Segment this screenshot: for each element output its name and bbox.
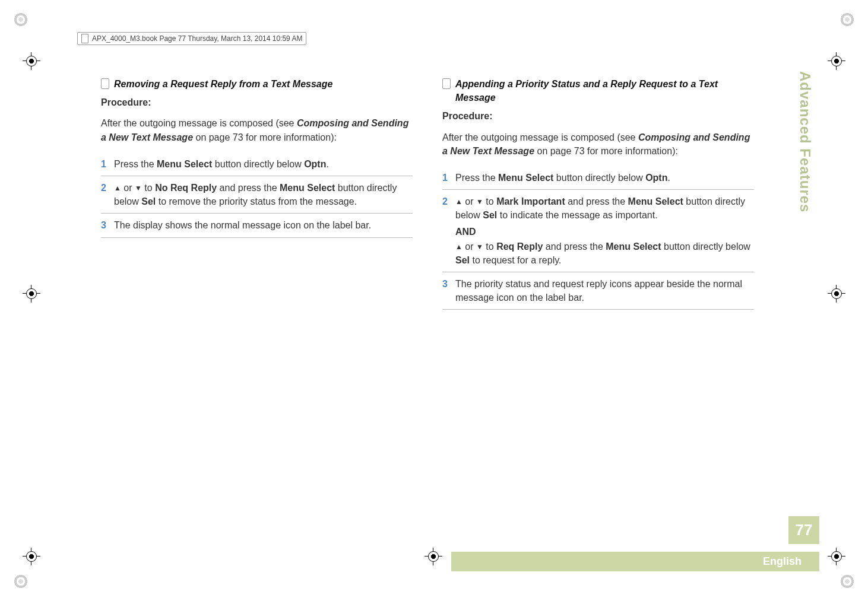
step-item: Press the Menu Select button directly be… (101, 152, 413, 176)
print-corner-tr (840, 12, 855, 27)
down-arrow-icon: ▼ (135, 183, 142, 193)
page-header-meta: APX_4000_M3.book Page 77 Thursday, March… (77, 32, 306, 45)
left-column: Removing a Request Reply from a Text Mes… (101, 77, 413, 310)
language-label: English (763, 555, 802, 567)
step-item: Press the Menu Select button directly be… (442, 166, 754, 190)
page-icon (442, 78, 451, 89)
up-arrow-icon: ▲ (114, 183, 121, 193)
registration-mark-icon (425, 548, 442, 565)
steps-right: Press the Menu Select button directly be… (442, 166, 754, 310)
steps-left: Press the Menu Select button directly be… (101, 152, 413, 238)
step-item: ▲ or ▼ to Mark Important and press the M… (442, 190, 754, 272)
sidebar-title: Advanced Features (797, 71, 813, 212)
procedure-label: Procedure: (442, 109, 754, 123)
print-corner-tl (13, 12, 28, 27)
page-number: 77 (788, 521, 819, 539)
step-item: The display shows the normal message ico… (101, 214, 413, 237)
print-corner-bl (13, 574, 28, 589)
section-heading-right: Appending a Priority Status and a Reply … (455, 77, 754, 104)
down-arrow-icon: ▼ (476, 242, 483, 252)
registration-mark-icon (828, 548, 845, 565)
registration-mark-icon (23, 285, 40, 303)
sidebar-tab: Advanced Features (794, 71, 816, 212)
registration-mark-icon (828, 52, 845, 70)
page-icon (101, 78, 109, 89)
registration-mark-icon (23, 548, 40, 565)
and-separator: AND (455, 225, 754, 239)
right-column: Appending a Priority Status and a Reply … (442, 77, 754, 310)
intro-text-right: After the outgoing message is composed (… (442, 131, 754, 158)
header-text: APX_4000_M3.book Page 77 Thursday, March… (92, 34, 302, 43)
step-item: ▲ or ▼ to No Req Reply and press the Men… (101, 176, 413, 214)
language-bar: English (451, 552, 819, 571)
registration-mark-icon (23, 52, 40, 70)
step-item: The priority status and request reply ic… (442, 272, 754, 310)
procedure-label: Procedure: (101, 96, 413, 109)
section-heading-left: Removing a Request Reply from a Text Mes… (114, 77, 332, 91)
page-number-box: 77 (788, 516, 819, 544)
print-corner-br (840, 574, 855, 589)
up-arrow-icon: ▲ (455, 242, 462, 252)
registration-mark-icon (828, 285, 845, 303)
down-arrow-icon: ▼ (476, 197, 483, 207)
up-arrow-icon: ▲ (455, 197, 462, 207)
intro-text-left: After the outgoing message is composed (… (101, 116, 413, 144)
